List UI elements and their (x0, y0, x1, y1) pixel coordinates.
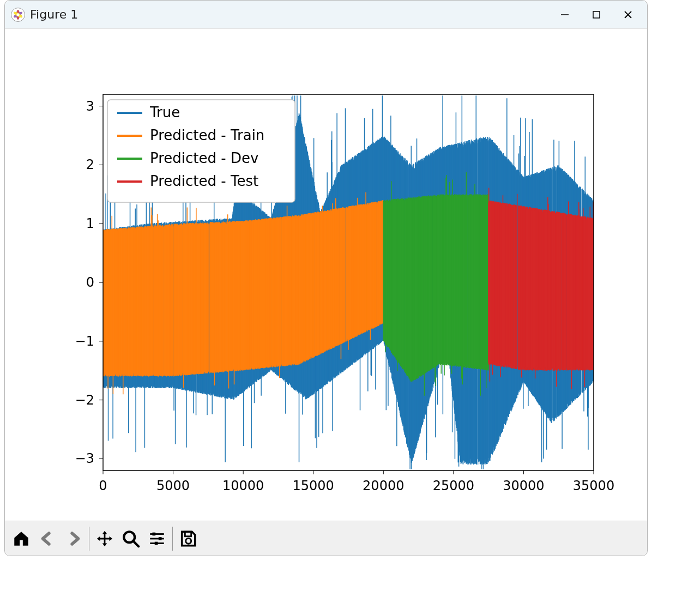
figure-canvas-area: 05000100001500020000250003000035000 −3−2… (5, 29, 647, 521)
legend-entry: Predicted - Train (150, 127, 264, 143)
svg-text:0: 0 (99, 478, 107, 493)
svg-rect-9 (593, 11, 600, 18)
configure-button[interactable] (144, 526, 170, 552)
chart-legend: TruePredicted - TrainPredicted - DevPred… (107, 100, 295, 202)
svg-rect-7855 (159, 537, 162, 540)
svg-text:20000: 20000 (363, 478, 404, 493)
close-button[interactable] (612, 3, 644, 27)
svg-text:10000: 10000 (222, 478, 264, 493)
matplotlib-toolbar (5, 521, 647, 556)
toolbar-separator (172, 527, 173, 551)
svg-point-7858 (186, 538, 191, 544)
legend-entry: Predicted - Dev (150, 150, 258, 166)
svg-text:30000: 30000 (503, 478, 544, 493)
zoom-button[interactable] (118, 526, 144, 552)
svg-rect-7854 (153, 532, 156, 535)
svg-text:−2: −2 (75, 393, 94, 408)
maximize-button[interactable] (581, 3, 612, 27)
svg-text:0: 0 (86, 275, 94, 290)
svg-text:3: 3 (86, 99, 94, 114)
toolbar-separator (89, 527, 89, 551)
svg-rect-7856 (155, 541, 158, 545)
plot[interactable]: 05000100001500020000250003000035000 −3−2… (16, 40, 637, 522)
titlebar: Figure 1 (5, 1, 647, 29)
home-button[interactable] (8, 526, 34, 552)
app-icon (10, 7, 26, 22)
svg-line-7850 (133, 541, 138, 546)
figure-window: Figure 1 0500010000150 (4, 0, 648, 556)
svg-text:15000: 15000 (293, 478, 334, 493)
svg-text:35000: 35000 (573, 478, 614, 493)
window-title: Figure 1 (30, 8, 549, 21)
svg-text:2: 2 (86, 157, 94, 172)
svg-text:−3: −3 (75, 451, 94, 466)
legend-entry: Predicted - Test (150, 173, 258, 189)
svg-text:−1: −1 (75, 334, 94, 349)
save-button[interactable] (175, 526, 201, 552)
svg-text:5000: 5000 (156, 478, 190, 493)
pan-button[interactable] (92, 526, 118, 552)
svg-point-7 (17, 13, 20, 16)
legend-entry: True (149, 104, 180, 120)
svg-rect-7857 (185, 532, 191, 536)
window-controls (549, 3, 644, 27)
forward-button[interactable] (61, 526, 87, 552)
back-button[interactable] (34, 526, 61, 552)
svg-text:1: 1 (86, 216, 94, 231)
svg-text:25000: 25000 (433, 478, 474, 493)
minimize-button[interactable] (549, 3, 581, 27)
